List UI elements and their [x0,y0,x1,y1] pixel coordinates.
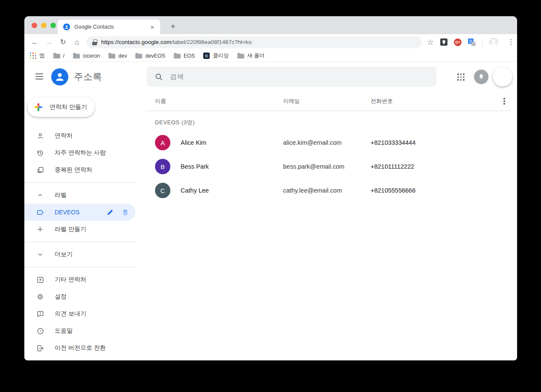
account-avatar[interactable] [493,67,512,87]
bookmark-folder-root[interactable]: / [53,53,64,59]
sidebar-item-frequent[interactable]: 자주 연락하는 사람 [24,144,135,161]
sidebar-item-label: 설정 [55,293,67,301]
hamburger-menu-icon[interactable] [35,73,43,79]
folder-icon [108,53,115,59]
notifications-bell-icon[interactable] [474,70,488,84]
contact-row-cathy[interactable]: C Cathy Lee cathy.lee@email.com +8210555… [146,178,510,202]
contact-row-alice[interactable]: A Alice Kim alice.kim@email.com +8210333… [146,131,510,155]
other-contacts-icon [36,275,44,284]
bookmark-folder-ciceron[interactable]: ciceron [73,53,100,59]
contact-rows: A Alice Kim alice.kim@email.com +8210333… [146,131,510,202]
sidebar-item-label: 의견 보내기 [55,310,86,318]
bookmark-label: 새 폴더 [247,52,265,59]
google-contacts-app: 주소록 연락처 만들기 [24,62,517,360]
google-apps-grid-icon[interactable] [457,73,465,81]
labels-section-header[interactable]: 라벨 [24,187,135,204]
bookmark-label: ciceron [83,53,100,59]
search-bar[interactable] [147,67,436,87]
browser-window: Google Contacts × + ← → ↻ ⌂ https://cont… [24,16,517,360]
sidebar-item-settings[interactable]: ⚙ 설정 [24,288,135,305]
contact-email: cathy.lee@email.com [283,187,371,194]
sidebar-item-label: 자주 연락하는 사람 [55,149,106,157]
browser-menu-icon[interactable]: ⋮ [505,38,517,47]
contact-row-bess[interactable]: B Bess Park bess.park@email.com +8210111… [146,155,510,178]
help-icon: ? [36,327,44,335]
tab-close-icon[interactable]: × [149,23,156,31]
history-icon [36,149,44,157]
duplicate-icon [36,166,44,174]
sidebar-item-label: 기타 연락처 [55,276,86,284]
label-actions [106,208,129,216]
contact-name: Cathy Lee [181,187,209,194]
address-bar[interactable]: https://contacts.google.com/label/220f86… [86,36,422,48]
forward-icon[interactable]: → [42,38,56,47]
create-label-button[interactable]: 라벨 만들기 [24,221,135,238]
bookmark-folder-new[interactable]: 새 폴더 [237,52,265,59]
home-icon[interactable]: ⌂ [70,38,84,47]
sidebar-item-label: 이전 버전으로 전환 [55,344,106,352]
edit-pencil-icon[interactable] [106,208,114,216]
contact-name: Alice Kim [181,139,206,146]
settings-gear-icon: ⚙ [36,293,44,301]
sidebar-item-duplicates[interactable]: 중복된 연락처 [24,161,135,178]
bookmark-star-icon[interactable]: ☆ [427,38,434,47]
tab-title: Google Contacts [74,24,149,30]
sidebar-item-label: 도움말 [55,327,73,335]
search-icon [155,73,163,81]
contact-phone: +821011112222 [371,163,510,170]
delete-trash-icon[interactable] [122,208,129,216]
sidebar-item-feedback[interactable]: 의견 보내기 [24,305,135,322]
create-label-label: 라벨 만들기 [55,225,86,233]
sidebar-item-help[interactable]: ? 도움말 [24,322,135,339]
column-header-email[interactable]: 이메일 [283,97,371,105]
sidebar-item-label: 중복된 연락처 [55,166,92,174]
keep-extension-icon[interactable] [440,38,447,46]
contact-name: Bess Park [181,163,209,170]
contacts-logo-icon[interactable] [51,68,68,85]
translate-card [471,42,476,46]
translate-extension-icon[interactable]: 文 [468,38,476,46]
selected-label-name: DEVEOS [55,209,79,216]
bookmark-apps[interactable]: 앱 [30,52,45,59]
svg-text:?: ? [39,329,41,333]
switch-version-icon [36,344,44,352]
url-path: /label/220f86ea08f1467c?hl=ko [171,39,251,45]
bookmark-folder-deveos[interactable]: devEOS [135,53,165,59]
column-header-phone[interactable]: 전화번호 [371,97,498,105]
window-controls [32,23,56,28]
bookmark-folder-dev[interactable]: dev [108,53,127,59]
sidebar-item-other-contacts[interactable]: 기타 연락처 [24,271,135,288]
sidebar-item-label: 연락처 [55,132,73,140]
bookmark-folder-eos[interactable]: EOS [174,53,195,59]
google-plus-extension-icon[interactable]: G+ [454,38,462,46]
sidebar-item-switch-version[interactable]: 이전 버전으로 전환 [24,339,135,357]
toolbar-separator [482,38,483,47]
labels-header-label: 라벨 [55,191,67,199]
minimize-window-button[interactable] [41,23,47,28]
browser-toolbar: ← → ↻ ⌂ https://contacts.google.com/labe… [24,34,517,50]
zoom-window-button[interactable] [50,23,56,28]
browser-tab[interactable]: Google Contacts × [58,20,160,34]
browser-profile-avatar[interactable] [489,38,498,47]
folder-icon [135,53,142,59]
column-header-name[interactable]: 이름 [155,97,283,105]
feedback-icon [36,310,44,318]
create-contact-button[interactable]: 연락처 만들기 [27,97,95,117]
close-window-button[interactable] [32,23,37,28]
sidebar-item-more[interactable]: 더보기 [24,246,135,263]
chevron-up-icon [36,191,44,199]
avatar: C [155,183,170,198]
new-tab-button[interactable]: + [167,20,179,32]
reload-icon[interactable]: ↻ [56,38,70,47]
back-icon[interactable]: ← [28,38,42,47]
sidebar-label-deveos[interactable]: DEVEOS [24,204,135,221]
avatar: B [155,159,170,174]
create-contact-label: 연락처 만들기 [50,103,87,111]
bookmark-clien[interactable]: C 클리앙 [203,52,229,59]
folder-icon [73,53,80,59]
sidebar-item-contacts[interactable]: 연락처 [24,127,135,144]
list-options-menu-icon[interactable] [503,98,505,105]
search-input[interactable] [170,73,429,81]
avatar: A [155,135,170,150]
apps-grid-color-icon [30,53,36,59]
